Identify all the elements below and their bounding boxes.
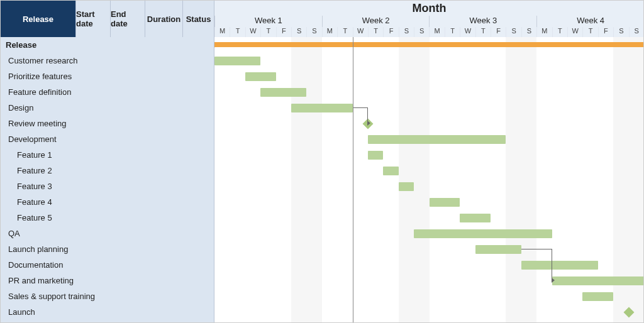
task-bar-feature-2[interactable] (383, 167, 398, 175)
task-row-launch-planning[interactable]: Launch planning (1, 241, 214, 257)
day-labels: MTWTFSSMTWTFSSMTWTFSSMTWTFSS (214, 27, 644, 37)
task-row-feature-3[interactable]: Feature 3 (1, 178, 214, 194)
col-header-status: Status (183, 1, 214, 37)
task-row-customer-research[interactable]: Customer research (1, 53, 214, 68)
timeline-header: Month Week 1Week 2Week 3Week 4 MTWTFSSMT… (214, 1, 644, 37)
milestone-launch[interactable] (623, 307, 634, 317)
col-header-duration: Duration (145, 1, 183, 37)
day-label: W (245, 27, 260, 37)
task-row-pr-marketing[interactable]: PR and marketing (1, 273, 214, 288)
day-label: S (306, 27, 321, 37)
task-row-design[interactable]: Design (1, 100, 214, 116)
task-row-qa[interactable]: QA (1, 226, 214, 241)
task-row-feature-definition[interactable]: Feature definition (1, 84, 214, 100)
chart-row (214, 53, 643, 68)
dependency-link (353, 107, 368, 123)
task-row-launch[interactable]: Launch (1, 304, 214, 320)
day-label: W (567, 27, 582, 37)
col-header-release: Release (1, 1, 76, 37)
task-row-sales-support-training[interactable]: Sales & support training (1, 288, 214, 304)
task-bar-prioritize-features[interactable] (245, 72, 276, 81)
task-bar-feature-4[interactable] (430, 198, 460, 207)
day-label: S (399, 27, 414, 37)
chart-row (214, 194, 643, 210)
timeline-area[interactable] (214, 37, 643, 323)
day-label: S (629, 27, 644, 37)
day-label: F (598, 27, 613, 37)
chart-row (214, 131, 643, 147)
day-label: M (429, 27, 444, 37)
summary-bar[interactable] (214, 42, 643, 47)
chart-row (214, 163, 643, 178)
task-bar-qa[interactable] (414, 229, 552, 238)
day-label: S (506, 27, 521, 37)
task-row-feature-2[interactable]: Feature 2 (1, 163, 214, 178)
day-label: T (552, 27, 567, 37)
week-label: Week 2 (322, 16, 430, 27)
col-header-end-date: End date (111, 1, 145, 37)
chart-row (214, 257, 643, 273)
chart-row (214, 241, 643, 257)
task-row-review-meeting[interactable]: Review meeting (1, 116, 214, 131)
left-header: Release Start date End date Duration Sta… (1, 1, 214, 37)
week-label: Week 4 (536, 16, 644, 27)
day-label: S (613, 27, 628, 37)
chart-row (214, 100, 643, 116)
chart-row (214, 226, 643, 241)
task-bar-feature-definition[interactable] (260, 88, 306, 97)
task-row-release[interactable]: Release (1, 37, 214, 53)
day-label: T (260, 27, 275, 37)
task-row-documentation[interactable]: Documentation (1, 257, 214, 273)
day-label: T (445, 27, 460, 37)
day-label: F (491, 27, 506, 37)
chart-row (214, 178, 643, 194)
day-label: M (536, 27, 552, 37)
day-label: S (291, 27, 306, 37)
timeline-title: Month (214, 1, 644, 16)
task-row-development[interactable]: Development (1, 131, 214, 147)
chart-row (214, 116, 643, 131)
week-labels: Week 1Week 2Week 3Week 4 (214, 16, 644, 27)
week-label: Week 3 (429, 16, 536, 27)
chart-row (214, 304, 643, 320)
day-label: T (475, 27, 491, 37)
task-bar-feature-5[interactable] (460, 214, 491, 222)
task-bar-sales-support-training[interactable] (582, 292, 613, 301)
task-row-feature-5[interactable]: Feature 5 (1, 210, 214, 226)
dependency-link (521, 249, 552, 280)
task-list: ReleaseCustomer researchPrioritize featu… (1, 37, 214, 323)
day-label: W (460, 27, 475, 37)
chart-row (214, 210, 643, 226)
day-label: T (337, 27, 352, 37)
day-label: T (368, 27, 383, 37)
day-label: S (414, 27, 429, 37)
task-bar-pr-marketing[interactable] (552, 276, 643, 285)
today-line (353, 37, 353, 323)
task-bar-design[interactable] (291, 104, 353, 112)
chart-row (214, 37, 643, 53)
week-label: Week 1 (214, 16, 322, 27)
day-label: W (353, 27, 368, 37)
day-label: T (230, 27, 245, 37)
chart-row (214, 147, 643, 163)
col-header-start-date: Start date (76, 1, 111, 37)
day-label: T (582, 27, 597, 37)
chart-row (214, 288, 643, 304)
day-label: S (521, 27, 536, 37)
task-bar-development[interactable] (368, 135, 506, 144)
day-label: F (383, 27, 398, 37)
task-bar-customer-research[interactable] (214, 57, 260, 65)
header: Release Start date End date Duration Sta… (1, 1, 643, 37)
task-bar-launch-planning[interactable] (475, 245, 521, 254)
task-row-feature-1[interactable]: Feature 1 (1, 147, 214, 163)
day-label: M (214, 27, 230, 37)
task-bar-feature-1[interactable] (368, 151, 383, 160)
chart-row (214, 68, 643, 84)
day-label: F (276, 27, 291, 37)
task-bar-feature-3[interactable] (399, 182, 414, 191)
chart-row (214, 84, 643, 100)
task-row-prioritize-features[interactable]: Prioritize features (1, 68, 214, 84)
chart-row (214, 273, 643, 288)
gantt-chart: Release Start date End date Duration Sta… (0, 0, 644, 323)
task-row-feature-4[interactable]: Feature 4 (1, 194, 214, 210)
